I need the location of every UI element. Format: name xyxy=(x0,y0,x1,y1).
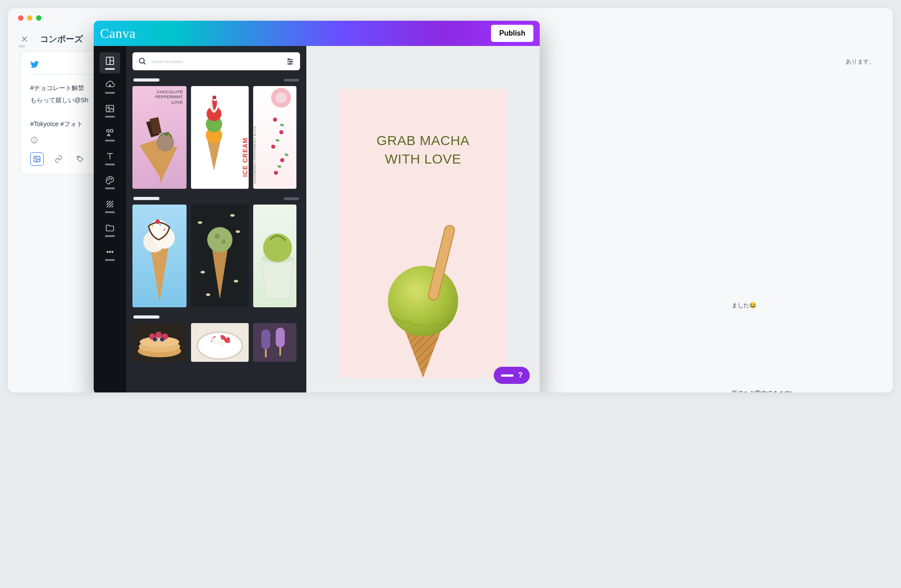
svg-point-23 xyxy=(288,59,290,60)
svg-point-60 xyxy=(206,293,210,296)
svg-point-59 xyxy=(234,280,238,283)
svg-rect-10 xyxy=(106,105,114,112)
search-input[interactable] xyxy=(151,58,281,64)
notice-text: あります。 xyxy=(846,58,875,66)
svg-point-56 xyxy=(198,221,202,224)
svg-point-58 xyxy=(200,271,205,273)
svg-point-11 xyxy=(108,107,109,109)
rail-elements[interactable] xyxy=(100,124,120,145)
templates-panel: CHOCOLATE PEPPERMINT LOVE xyxy=(126,46,306,392)
svg-point-57 xyxy=(236,230,240,233)
photo-strawberry-cream-bowl[interactable] xyxy=(191,323,249,362)
svg-point-71 xyxy=(160,337,164,342)
close-window-button[interactable] xyxy=(18,15,23,21)
svg-point-0 xyxy=(31,137,37,144)
svg-rect-78 xyxy=(276,328,285,347)
rail-uploads[interactable] xyxy=(100,76,120,97)
rail-folders[interactable] xyxy=(100,219,120,241)
compose-title: コンポーズ xyxy=(40,33,83,45)
twitter-tab[interactable] xyxy=(30,60,39,71)
help-question-icon: ? xyxy=(518,371,523,379)
svg-point-4 xyxy=(35,158,36,159)
template-raspberry-bliss[interactable]: RASPBERRY PEPPERMINT BLISS xyxy=(253,86,296,189)
svg-point-18 xyxy=(109,251,111,253)
filter-icon[interactable] xyxy=(286,57,295,66)
window-controls xyxy=(18,15,41,21)
photo-popsicles[interactable] xyxy=(253,323,296,362)
poster-headline[interactable]: GRAB MACHA WITH LOVE xyxy=(340,132,506,168)
tag-attach-button[interactable] xyxy=(73,152,87,166)
section-header-3 xyxy=(133,315,299,319)
help-dash-icon xyxy=(501,374,514,377)
svg-point-1 xyxy=(33,139,33,140)
svg-point-61 xyxy=(230,214,235,217)
template-search[interactable] xyxy=(132,52,300,70)
template-chocolate-peppermint[interactable]: CHOCOLATE PEPPERMINT LOVE xyxy=(132,86,187,189)
close-compose-button[interactable]: ✕ xyxy=(21,34,28,45)
svg-point-19 xyxy=(112,251,113,253)
rail-text[interactable] xyxy=(100,148,120,169)
template-row-3 xyxy=(132,323,300,362)
canva-header: Canva Publish xyxy=(94,21,540,46)
svg-point-14 xyxy=(108,179,109,180)
maximize-window-button[interactable] xyxy=(36,15,41,21)
rail-background[interactable] xyxy=(100,196,120,217)
section-header-1 xyxy=(133,78,299,82)
canva-logo: Canva xyxy=(100,26,136,41)
browser-window: ✕ コンポーズ あります。 #チョコレート解禁 もらって嬉しい@Sh #Toky… xyxy=(8,8,893,392)
svg-point-5 xyxy=(78,157,79,158)
link-attach-button[interactable] xyxy=(52,152,65,166)
feed-line-1: ました😂 xyxy=(732,300,875,311)
svg-point-53 xyxy=(207,227,232,252)
svg-point-12 xyxy=(107,130,109,132)
template-ice-cream[interactable]: ICE CREAM xyxy=(191,86,249,189)
svg-point-70 xyxy=(153,337,157,342)
canva-window: Canva Publish xyxy=(94,21,540,392)
svg-point-41 xyxy=(276,92,287,103)
feed-line-2: 等でもご案内できます! xyxy=(732,388,875,392)
section-header-2 xyxy=(133,197,299,200)
svg-point-20 xyxy=(139,58,144,63)
photo-vanilla-cone[interactable] xyxy=(132,205,187,307)
svg-rect-13 xyxy=(110,130,113,132)
svg-rect-77 xyxy=(265,349,267,357)
svg-point-47 xyxy=(155,219,160,224)
svg-rect-79 xyxy=(279,347,281,356)
design-canvas[interactable]: GRAB MACHA WITH LOVE xyxy=(340,89,506,378)
svg-point-55 xyxy=(221,239,226,244)
template-row-2 xyxy=(132,205,300,307)
svg-point-54 xyxy=(214,233,220,239)
photo-matcha-cup[interactable] xyxy=(253,205,296,307)
svg-rect-3 xyxy=(34,156,40,162)
svg-point-25 xyxy=(291,61,292,62)
svg-point-15 xyxy=(109,178,110,179)
svg-point-63 xyxy=(263,233,292,262)
rail-more[interactable] xyxy=(100,243,120,264)
publish-button[interactable]: Publish xyxy=(491,25,533,42)
search-icon xyxy=(138,57,147,66)
side-rail xyxy=(94,46,126,392)
rail-photos[interactable] xyxy=(100,100,120,121)
svg-point-68 xyxy=(155,332,162,338)
photo-pistachio-dark[interactable] xyxy=(191,205,249,307)
rail-templates[interactable] xyxy=(100,52,120,73)
rail-styles[interactable] xyxy=(100,172,120,193)
canvas-area[interactable]: GRAB MACHA WITH LOVE xyxy=(306,46,540,392)
svg-point-16 xyxy=(111,178,112,179)
svg-point-27 xyxy=(289,63,291,64)
svg-point-2 xyxy=(35,139,36,140)
photo-pancakes-berries[interactable] xyxy=(132,323,187,362)
background-feed: ました😂 等でもご案内できます! もらって嬉しい@ShibuyaIce を皆様に… xyxy=(732,300,875,392)
minimize-window-button[interactable] xyxy=(27,15,32,21)
image-attach-button[interactable] xyxy=(30,152,44,166)
svg-point-75 xyxy=(215,335,221,342)
help-button[interactable]: ? xyxy=(494,367,530,384)
poster-illustration xyxy=(369,215,477,378)
svg-point-17 xyxy=(107,251,108,253)
svg-point-39 xyxy=(213,96,216,99)
template-row-1: CHOCOLATE PEPPERMINT LOVE xyxy=(132,86,300,189)
svg-point-66 xyxy=(140,337,179,347)
svg-rect-76 xyxy=(261,329,270,349)
svg-line-21 xyxy=(144,63,146,64)
